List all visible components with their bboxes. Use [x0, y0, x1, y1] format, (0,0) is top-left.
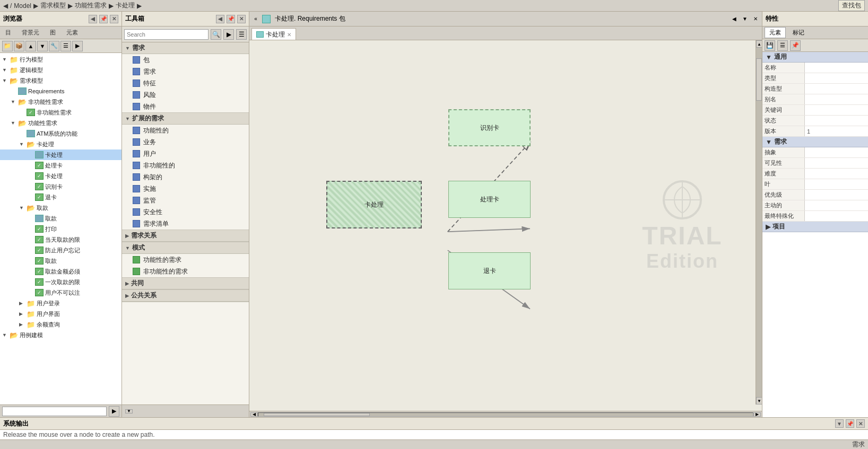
tree-item-daily-limit[interactable]: ✓ 当天取款的限 [0, 234, 121, 245]
tree-item-prevent-forget[interactable]: ✓ 防止用户忘记 [0, 245, 121, 256]
toolbox-close-icon[interactable]: ✕ [237, 15, 246, 23]
tree-item-withdraw-folder[interactable]: ▼ 📂 取款 [0, 203, 121, 213]
tree-item-requirements[interactable]: Requirements [0, 86, 121, 96]
browser-tab-3[interactable]: 元素 [63, 28, 81, 38]
output-collapse-icon[interactable]: ▼ [835, 419, 844, 428]
props-value-version[interactable]: 1 [805, 128, 868, 135]
browser-nav-btn[interactable]: ▶ [109, 406, 119, 417]
tree-item-print[interactable]: ✓ 打印 [0, 224, 121, 234]
browser-pin-icon[interactable]: 📌 [99, 15, 108, 23]
toolbox-section-header-req[interactable]: ▼ 需求 [122, 42, 249, 54]
breadcrumb-card[interactable]: 卡处理 [116, 1, 135, 10]
props-tab-elements[interactable]: 元素 [765, 27, 786, 38]
props-save-btn[interactable]: 💾 [765, 40, 775, 51]
breadcrumb-model[interactable]: Model [14, 2, 31, 10]
tree-item-amount-must[interactable]: ✓ 取款金额必须 [0, 266, 121, 277]
props-section-general[interactable]: ▼ 通用 [762, 52, 868, 63]
tree-item-user-cannot[interactable]: ✓ 用户不可以注 [0, 287, 121, 298]
browser-close-icon[interactable]: ✕ [110, 15, 118, 23]
diagram-canvas[interactable]: TRIAL Edition [249, 40, 762, 411]
toolbox-collapse-icon[interactable]: ◀ [216, 15, 224, 23]
tree-item-behavior[interactable]: ▼ 📁 行为模型 [0, 54, 121, 65]
diagram-hscrollbar[interactable]: ◀ ▶ [249, 411, 762, 417]
search-exec-btn[interactable]: ▶ [223, 29, 234, 40]
toolbox-item-nonfunc[interactable]: 非功能性的 [122, 160, 249, 171]
toolbox-item-req-list[interactable]: 需求清单 [122, 218, 249, 230]
toolbar-btn-menu[interactable]: ☰ [60, 41, 71, 51]
diagram-node-handle[interactable]: 处理卡 [448, 181, 531, 218]
browser-tab-2[interactable]: 图 [47, 28, 59, 38]
tree-item-func[interactable]: ▼ 📂 功能性需求 [0, 118, 121, 128]
toolbar-btn-arrow[interactable]: ▶ [72, 41, 83, 51]
tree-item-card-folder[interactable]: ▼ 📂 卡处理 [0, 139, 121, 149]
diagram-vscrollbar[interactable]: ▲ ▼ [756, 40, 762, 404]
diagram-tab-card[interactable]: 卡处理 ✕ [251, 28, 296, 40]
toolbox-section-header-common[interactable]: ▶ 共同 [122, 278, 249, 289]
breadcrumb-func-req[interactable]: 功能性需求 [75, 1, 107, 10]
toolbox-item-arch[interactable]: 构架的 [122, 171, 249, 183]
tree-item-nonfunc[interactable]: ▼ 📂 非功能性需求 [0, 96, 121, 107]
toolbox-item-functional[interactable]: 功能性的 [122, 125, 249, 136]
toolbar-btn-filter[interactable]: 🔧 [49, 41, 59, 51]
tree-item-withdraw1[interactable]: 取款 [0, 213, 121, 224]
search-icon-btn[interactable]: 🔍 [211, 29, 221, 40]
toolbox-pin-icon[interactable]: 📌 [227, 15, 235, 23]
toolbar-btn-new[interactable]: 📁 [2, 41, 13, 51]
scroll-down-icon[interactable]: ▼ [125, 409, 133, 413]
toolbox-menu-btn[interactable]: ☰ [236, 29, 247, 40]
tree-item-balance[interactable]: ▶ 📁 余额查询 [0, 319, 121, 330]
diagram-nav-dropdown-btn[interactable]: ▼ [741, 15, 749, 23]
tree-item-identify-card[interactable]: ✓ 识别卡 [0, 181, 121, 192]
browser-collapse-icon[interactable]: ◀ [89, 15, 97, 23]
vscroll-down-btn[interactable]: ▼ [756, 397, 762, 404]
toolbox-item-req[interactable]: 需求 [122, 66, 249, 77]
toolbar-btn-up[interactable]: ▲ [25, 41, 36, 51]
toolbox-section-header-public-rel[interactable]: ▶ 公共关系 [122, 290, 249, 302]
tree-item-withdraw2[interactable]: ✓ 取款 [0, 256, 121, 266]
tree-item-card-proc2[interactable]: ✓ 卡处理 [0, 171, 121, 181]
toolbox-item-pkg[interactable]: 包 [122, 54, 249, 66]
tree-item-return-card[interactable]: ✓ 退卡 [0, 192, 121, 203]
diagram-close-btn[interactable]: ✕ [751, 15, 760, 23]
tree-item-once-limit[interactable]: ✓ 一次取款的限 [0, 277, 121, 287]
tree-item-nonfunc-req[interactable]: ✓ 非功能性需求 [0, 107, 121, 118]
hscroll-thumb[interactable] [264, 413, 370, 416]
toolbar-btn-pkg[interactable]: 📦 [14, 41, 24, 51]
toolbox-section-header-pattern[interactable]: ▼ 模式 [122, 242, 249, 254]
tree-item-reqmodel[interactable]: ▼ 📂 需求模型 [0, 75, 121, 86]
toolbox-item-artifact[interactable]: 物件 [122, 101, 249, 112]
breadcrumb-req-model[interactable]: 需求模型 [40, 1, 66, 10]
toolbox-section-header-rel[interactable]: ▶ 需求关系 [122, 230, 249, 242]
props-menu-btn[interactable]: ☰ [777, 40, 788, 51]
props-section-project[interactable]: ▶ 项目 [762, 222, 868, 232]
toolbox-item-nonfunc-req-pattern[interactable]: 非功能性的需求 [122, 266, 249, 277]
hscroll-right-btn[interactable]: ▶ [753, 412, 761, 417]
tree-item-atm[interactable]: ATM系统的功能 [0, 128, 121, 139]
output-pin-icon[interactable]: 📌 [846, 419, 854, 428]
props-section-req[interactable]: ▼ 需求 [762, 137, 868, 147]
vscroll-up-btn[interactable]: ▲ [756, 40, 762, 48]
toolbox-item-business[interactable]: 业务 [122, 136, 249, 148]
tree-item-card-proc[interactable]: 卡处理 [0, 149, 121, 160]
browser-search-input[interactable] [2, 407, 107, 416]
find-pkg-button[interactable]: 查找包 [838, 0, 865, 11]
props-tab-markers[interactable]: 标记 [788, 27, 809, 38]
toolbox-item-func-req-pattern[interactable]: 功能性的需求 [122, 254, 249, 266]
toolbox-item-risk[interactable]: 风险 [122, 89, 249, 101]
diagram-node-identify[interactable]: 识别卡 [448, 109, 531, 146]
diagram-nav-prev-btn[interactable]: ◀ [730, 15, 739, 23]
toolbox-item-impl[interactable]: 实施 [122, 183, 249, 195]
tree-item-ui[interactable]: ▶ 📁 用户界面 [0, 309, 121, 319]
vscroll-thumb[interactable] [756, 58, 762, 101]
browser-tab-1[interactable]: 背景元 [19, 28, 42, 38]
output-close-icon[interactable]: ✕ [856, 419, 865, 428]
props-pin-btn[interactable]: 📌 [790, 40, 801, 51]
browser-tab-0[interactable]: 目 [2, 28, 14, 38]
toolbox-item-user[interactable]: 用户 [122, 148, 249, 160]
diagram-node-card-main[interactable]: 卡处理 [326, 181, 422, 228]
tree-item-usecase[interactable]: ▼ 📂 用例建模 [0, 330, 121, 340]
diagram-collapse-left-btn[interactable]: « [251, 15, 260, 23]
toolbox-item-security[interactable]: 安全性 [122, 206, 249, 218]
tree-item-login[interactable]: ▶ 📁 用户登录 [0, 298, 121, 309]
hscroll-left-btn[interactable]: ◀ [250, 412, 258, 417]
